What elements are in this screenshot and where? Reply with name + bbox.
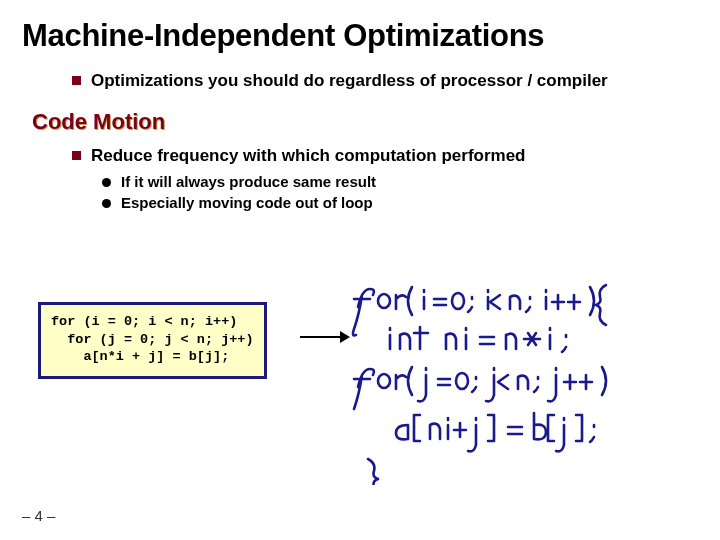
code-line: a[n*i + j] = b[j]; [51, 349, 229, 364]
bullet-level1: Optimizations you should do regardless o… [72, 70, 652, 91]
svg-point-3 [452, 293, 464, 309]
disc-bullet-icon [102, 178, 111, 187]
page-number: – 4 – [22, 507, 55, 524]
square-bullet-icon [72, 151, 81, 160]
bullet-level2: If it will always produce same result [102, 173, 662, 190]
sub2-text: Especially moving code out of loop [121, 194, 373, 211]
arrow-icon [300, 328, 350, 346]
code-line: for (i = 0; i < n; i++) [51, 314, 237, 329]
square-bullet-icon [72, 76, 81, 85]
bullet2-text: Reduce frequency with which computation … [91, 145, 526, 166]
disc-bullet-icon [102, 199, 111, 208]
code-block: for (i = 0; i < n; i++) for (j = 0; j < … [38, 302, 267, 379]
bullet-level1: Reduce frequency with which computation … [72, 145, 652, 166]
sub1-text: If it will always produce same result [121, 173, 376, 190]
bullet1-text: Optimizations you should do regardless o… [91, 70, 608, 91]
svg-point-5 [456, 373, 468, 389]
slide-title: Machine-Independent Optimizations [0, 0, 720, 54]
svg-point-2 [378, 294, 390, 308]
section-heading: Code Motion [32, 109, 720, 135]
bullet-level2: Especially moving code out of loop [102, 194, 662, 211]
svg-point-4 [378, 374, 390, 388]
code-line: for (j = 0; j < n; j++) [51, 332, 254, 347]
handwritten-code [348, 275, 708, 485]
